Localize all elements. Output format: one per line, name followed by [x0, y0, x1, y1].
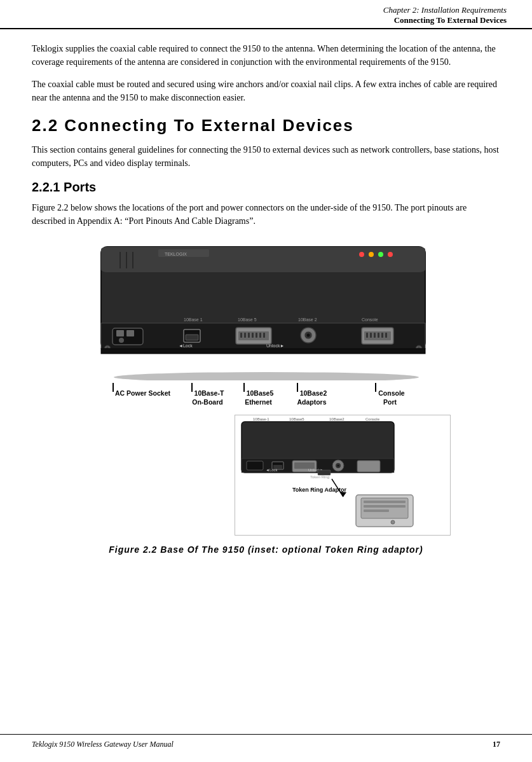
svg-rect-32: [263, 333, 265, 338]
svg-rect-85: [364, 501, 406, 503]
label-10base2: 10Base2 Adaptors: [289, 383, 335, 406]
svg-rect-22: [186, 335, 198, 340]
svg-rect-43: [381, 333, 383, 338]
svg-rect-30: [256, 333, 257, 338]
svg-point-9: [369, 252, 374, 257]
svg-rect-40: [370, 333, 372, 338]
svg-rect-2: [101, 247, 425, 272]
intro-paragraph-2: The coaxial cable must be routed and sec…: [32, 78, 500, 104]
label-ac-power: AC Power Socket: [113, 383, 170, 398]
label-10baset: 10Base-T On-Board: [186, 383, 230, 406]
figure-caption: Figure 2.2 Base Of The 9150 (inset: opti…: [109, 544, 423, 555]
page-header: Chapter 2: Installation Requirements Con…: [0, 0, 532, 29]
svg-text:10Base 2: 10Base 2: [298, 317, 317, 322]
section-22-heading: 2.2 Connecting To External Devices: [32, 116, 500, 135]
svg-rect-31: [259, 333, 261, 338]
svg-rect-27: [244, 333, 246, 338]
token-ring-label-text: Token Ring Adaptor: [292, 487, 346, 493]
svg-rect-86: [364, 505, 406, 508]
svg-text:◄Lock: ◄Lock: [179, 343, 193, 348]
svg-rect-79: [318, 470, 331, 475]
footer-page-number: 17: [493, 740, 500, 749]
svg-point-8: [359, 252, 364, 257]
svg-point-77: [337, 465, 339, 467]
label-console: Console Port: [368, 383, 413, 406]
svg-rect-42: [378, 333, 379, 338]
svg-rect-78: [357, 461, 380, 472]
svg-text:Console: Console: [362, 317, 378, 322]
svg-text:10Base 5: 10Base 5: [238, 317, 257, 322]
section-221-heading: 2.2.1 Ports: [32, 180, 500, 195]
svg-rect-39: [366, 333, 368, 338]
svg-rect-19: [126, 330, 134, 336]
svg-point-20: [119, 338, 124, 343]
svg-point-10: [378, 252, 383, 257]
svg-rect-87: [364, 509, 389, 512]
svg-text:Console: Console: [365, 417, 380, 421]
device-svg: TEKLOGIX 10Base 1 10Base 5 10Base 2 Cons…: [82, 240, 451, 380]
page-container: Chapter 2: Installation Requirements Con…: [0, 0, 532, 762]
svg-rect-41: [374, 333, 376, 338]
svg-text:◄Lock: ◄Lock: [266, 468, 278, 472]
svg-point-88: [391, 520, 395, 524]
svg-point-11: [388, 252, 393, 257]
section-22-description: This section contains general guidelines…: [32, 143, 500, 170]
svg-text:10Base 1: 10Base 1: [184, 317, 203, 322]
svg-text:TEKLOGIX: TEKLOGIX: [165, 252, 187, 256]
svg-rect-44: [385, 333, 387, 338]
header-section: Connecting To External Devices: [25, 15, 507, 25]
figure-container: TEKLOGIX 10Base 1 10Base 5 10Base 2 Cons…: [32, 240, 500, 555]
inset-svg: 10Base-1 10Base5 10Base2 Console ◄Lock: [235, 415, 451, 536]
svg-rect-18: [116, 330, 124, 336]
svg-rect-68: [247, 461, 263, 470]
svg-point-0: [114, 372, 419, 380]
svg-point-36: [306, 334, 310, 337]
svg-text:Unlock►: Unlock►: [266, 343, 284, 348]
main-content: Teklogix supplies the coaxial cable requ…: [0, 29, 532, 578]
header-chapter: Chapter 2: Installation Requirements: [25, 5, 507, 15]
svg-text:Token Ring: Token Ring: [310, 475, 329, 479]
svg-rect-26: [240, 333, 242, 338]
svg-rect-29: [252, 333, 254, 338]
page-footer: Teklogix 9150 Wireless Gateway User Manu…: [0, 734, 532, 749]
svg-text:10Base2: 10Base2: [329, 417, 344, 421]
svg-text:10Base5: 10Base5: [289, 417, 304, 421]
intro-paragraph-1: Teklogix supplies the coaxial cable requ…: [32, 42, 500, 69]
section-221-description: Figure 2.2 below shows the locations of …: [32, 201, 500, 228]
label-10base5: 10Base5 Ethernet: [240, 383, 278, 406]
footer-manual-title: Teklogix 9150 Wireless Gateway User Manu…: [32, 740, 174, 749]
device-image-wrapper: TEKLOGIX 10Base 1 10Base 5 10Base 2 Cons…: [82, 240, 451, 427]
svg-rect-51: [101, 349, 425, 354]
svg-rect-28: [248, 333, 250, 338]
inset-wrapper: 10Base-1 10Base5 10Base2 Console ◄Lock: [82, 415, 451, 536]
svg-text:10Base-1: 10Base-1: [253, 417, 269, 421]
inset-image: 10Base-1 10Base5 10Base2 Console ◄Lock: [235, 415, 451, 536]
